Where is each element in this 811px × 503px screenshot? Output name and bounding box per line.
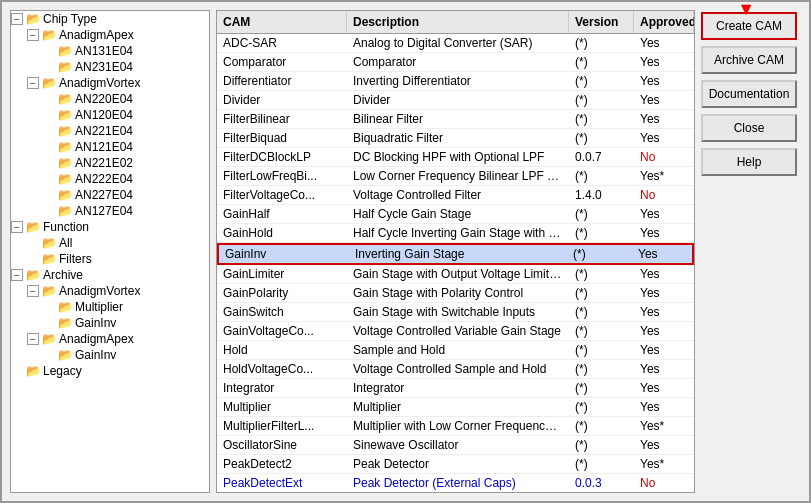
table-row[interactable]: HoldSample and Hold(*)Yes <box>217 341 694 360</box>
tree-item-anadigm-apex[interactable]: −📂AnadigmApex <box>11 27 209 43</box>
tree-item-archive[interactable]: −📂Archive <box>11 267 209 283</box>
file-icon: 📂 <box>57 348 73 362</box>
file-icon: 📂 <box>57 156 73 170</box>
tree-item-archive-anadigm-vortex[interactable]: −📂AnadigmVortex <box>11 283 209 299</box>
table-row[interactable]: PeakDetect2Peak Detector(*)Yes* <box>217 455 694 474</box>
table-row[interactable]: MultiplierFilterL...Multiplier with Low … <box>217 417 694 436</box>
cell-version: 1.4.0 <box>569 186 634 204</box>
tree-item-an221e02[interactable]: 📂AN221E02 <box>11 155 209 171</box>
table-row[interactable]: MultiplierMultiplier(*)Yes <box>217 398 694 417</box>
table-body: ADC-SARAnalog to Digital Converter (SAR)… <box>217 34 694 492</box>
tree-item-chip-type[interactable]: −📂Chip Type <box>11 11 209 27</box>
table-row[interactable]: GainVoltageCo...Voltage Controlled Varia… <box>217 322 694 341</box>
folder-icon: 📂 <box>41 284 57 298</box>
tree-item-label: Function <box>43 220 89 234</box>
file-icon: 📂 <box>57 188 73 202</box>
file-icon: 📂 <box>57 204 73 218</box>
table-row[interactable]: FilterDCBlockLPDC Blocking HPF with Opti… <box>217 148 694 167</box>
close-button[interactable]: Close <box>701 114 797 142</box>
tree-item-an127e04[interactable]: 📂AN127E04 <box>11 203 209 219</box>
tree-toggle: − <box>11 269 23 281</box>
cell-description: Sinewave Oscillator <box>347 436 569 454</box>
documentation-button[interactable]: Documentation <box>701 80 797 108</box>
cell-approved: Yes <box>634 205 694 223</box>
tree-toggle: − <box>11 13 23 25</box>
tree-item-function[interactable]: −📂Function <box>11 219 209 235</box>
table-row[interactable]: DividerDivider(*)Yes <box>217 91 694 110</box>
table-row[interactable]: GainPolarityGain Stage with Polarity Con… <box>217 284 694 303</box>
tree-item-an231e04[interactable]: 📂AN231E04 <box>11 59 209 75</box>
cell-cam: GainInv <box>219 245 349 263</box>
cell-description: Peak Detector <box>347 455 569 473</box>
tree-item-an120e04[interactable]: 📂AN120E04 <box>11 107 209 123</box>
tree-item-anadigm-vortex[interactable]: −📂AnadigmVortex <box>11 75 209 91</box>
archive-cam-button[interactable]: Archive CAM <box>701 46 797 74</box>
help-button[interactable]: Help <box>701 148 797 176</box>
tree-item-an220e04[interactable]: 📂AN220E04 <box>11 91 209 107</box>
tree-item-arch-gaininv[interactable]: 📂GainInv <box>11 315 209 331</box>
tree-item-label: GainInv <box>75 316 116 330</box>
cell-description: Gain Stage with Output Voltage Limiting <box>347 265 569 283</box>
tree-item-legacy[interactable]: 📂Legacy <box>11 363 209 379</box>
cell-cam: FilterBilinear <box>217 110 347 128</box>
cell-version: (*) <box>569 72 634 90</box>
table-row[interactable]: GainLimiterGain Stage with Output Voltag… <box>217 265 694 284</box>
table-row[interactable]: GainInvInverting Gain Stage(*)Yes <box>217 243 694 265</box>
tree-item-an221e04[interactable]: 📂AN221E04 <box>11 123 209 139</box>
table-row[interactable]: IntegratorIntegrator(*)Yes <box>217 379 694 398</box>
cell-cam: FilterLowFreqBi... <box>217 167 347 185</box>
tree-item-label: AN220E04 <box>75 92 133 106</box>
tree-item-filters[interactable]: 📂Filters <box>11 251 209 267</box>
cell-version: (*) <box>569 34 634 52</box>
table-row[interactable]: OscillatorSineSinewave Oscillator(*)Yes <box>217 436 694 455</box>
cell-cam: ADC-SAR <box>217 34 347 52</box>
table-row[interactable]: FilterBilinearBilinear Filter(*)Yes <box>217 110 694 129</box>
cell-cam: GainHalf <box>217 205 347 223</box>
tree-item-arch-multiplier[interactable]: 📂Multiplier <box>11 299 209 315</box>
cell-version: (*) <box>569 360 634 378</box>
tree-toggle: − <box>27 285 39 297</box>
table-row[interactable]: FilterLowFreqBi...Low Corner Frequency B… <box>217 167 694 186</box>
tree-item-arch-apex-gaininv[interactable]: 📂GainInv <box>11 347 209 363</box>
tree-item-an222e04[interactable]: 📂AN222E04 <box>11 171 209 187</box>
cell-description: Voltage Controlled Sample and Hold <box>347 360 569 378</box>
cell-description: Low Corner Frequency Bilinear LPF (Exter… <box>347 167 569 185</box>
cell-cam: Integrator <box>217 379 347 397</box>
cell-description: Voltage Controlled Filter <box>347 186 569 204</box>
tree-item-an131e04[interactable]: 📂AN131E04 <box>11 43 209 59</box>
table-row[interactable]: FilterBiquadBiquadratic Filter(*)Yes <box>217 129 694 148</box>
table-row[interactable]: DifferentiatorInverting Differentiator(*… <box>217 72 694 91</box>
tree-item-all[interactable]: 📂All <box>11 235 209 251</box>
tree-item-label: GainInv <box>75 348 116 362</box>
tree-item-an227e04[interactable]: 📂AN227E04 <box>11 187 209 203</box>
buttons-panel: Create CAM Archive CAM Documentation Clo… <box>701 10 801 493</box>
tree-item-an121e04[interactable]: 📂AN121E04 <box>11 139 209 155</box>
arrow-indicator: ▼ <box>737 0 755 18</box>
cell-cam: OscillatorSine <box>217 436 347 454</box>
table-row[interactable]: HoldVoltageCo...Voltage Controlled Sampl… <box>217 360 694 379</box>
table-row[interactable]: ComparatorComparator(*)Yes <box>217 53 694 72</box>
table-row[interactable]: PeakDetectExtPeak Detector (External Cap… <box>217 474 694 492</box>
tree-item-label: AN221E04 <box>75 124 133 138</box>
cell-approved: Yes <box>634 284 694 302</box>
cell-description: Bilinear Filter <box>347 110 569 128</box>
table-row[interactable]: GainSwitchGain Stage with Switchable Inp… <box>217 303 694 322</box>
cell-description: Voltage Controlled Variable Gain Stage <box>347 322 569 340</box>
file-icon: 📂 <box>57 60 73 74</box>
cell-approved: Yes <box>634 303 694 321</box>
cell-version: (*) <box>569 398 634 416</box>
cell-version: (*) <box>569 129 634 147</box>
cell-description: Integrator <box>347 379 569 397</box>
tree-item-label: Multiplier <box>75 300 123 314</box>
cell-version: (*) <box>569 379 634 397</box>
tree-item-archive-anadigm-apex[interactable]: −📂AnadigmApex <box>11 331 209 347</box>
table-row[interactable]: ADC-SARAnalog to Digital Converter (SAR)… <box>217 34 694 53</box>
file-icon: 📂 <box>57 92 73 106</box>
table-row[interactable]: GainHalfHalf Cycle Gain Stage(*)Yes <box>217 205 694 224</box>
tree-item-label: AN120E04 <box>75 108 133 122</box>
table-row[interactable]: FilterVoltageCo...Voltage Controlled Fil… <box>217 186 694 205</box>
cell-cam: FilterDCBlockLP <box>217 148 347 166</box>
cell-description: Peak Detector (External Caps) <box>347 474 569 492</box>
tree-item-label: AN127E04 <box>75 204 133 218</box>
table-row[interactable]: GainHoldHalf Cycle Inverting Gain Stage … <box>217 224 694 243</box>
